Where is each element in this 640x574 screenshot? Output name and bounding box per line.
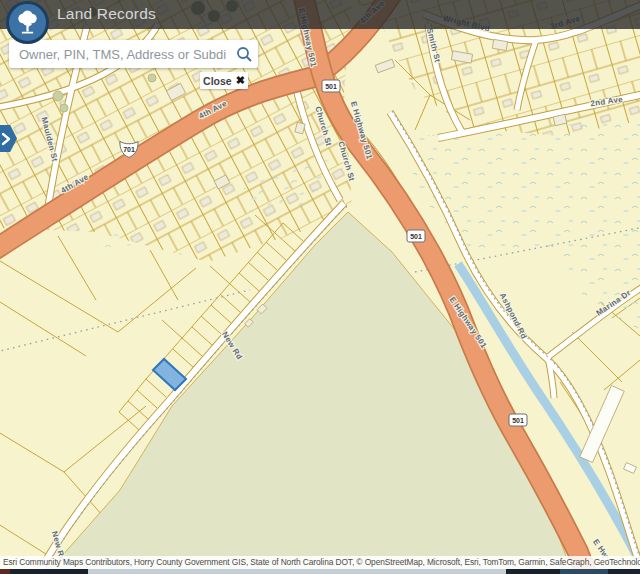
land-records-app: 701501501501 4th Ave4th Ave4th AveMaulde…: [0, 0, 640, 574]
search-box: [9, 40, 258, 68]
county-logo[interactable]: [6, 1, 49, 44]
svg-text:701: 701: [123, 146, 135, 153]
strip-segment: [88, 569, 506, 574]
map-canvas[interactable]: 701501501501 4th Ave4th Ave4th AveMaulde…: [0, 0, 640, 574]
svg-text:501: 501: [512, 417, 524, 424]
state-route-shield: 501: [322, 80, 340, 92]
close-button-label: Close: [203, 75, 232, 87]
chevron-right-icon: [0, 131, 12, 147]
state-route-shield: 501: [509, 414, 527, 426]
oak-tree-icon: [14, 9, 41, 36]
search-input[interactable]: [9, 47, 230, 62]
svg-text:501: 501: [410, 233, 422, 240]
window-bottom-strip: [0, 569, 640, 574]
close-icon: ✖: [236, 75, 245, 86]
map-attribution: Esri Community Maps Contributors, Horry …: [0, 556, 640, 569]
search-icon[interactable]: [230, 40, 258, 68]
page-title: Land Records: [57, 5, 156, 23]
strip-segment: [0, 569, 10, 574]
state-route-shield: 501: [407, 230, 425, 242]
close-button[interactable]: Close ✖: [200, 72, 248, 89]
strip-segment: [560, 569, 608, 574]
svg-text:501: 501: [325, 83, 337, 90]
